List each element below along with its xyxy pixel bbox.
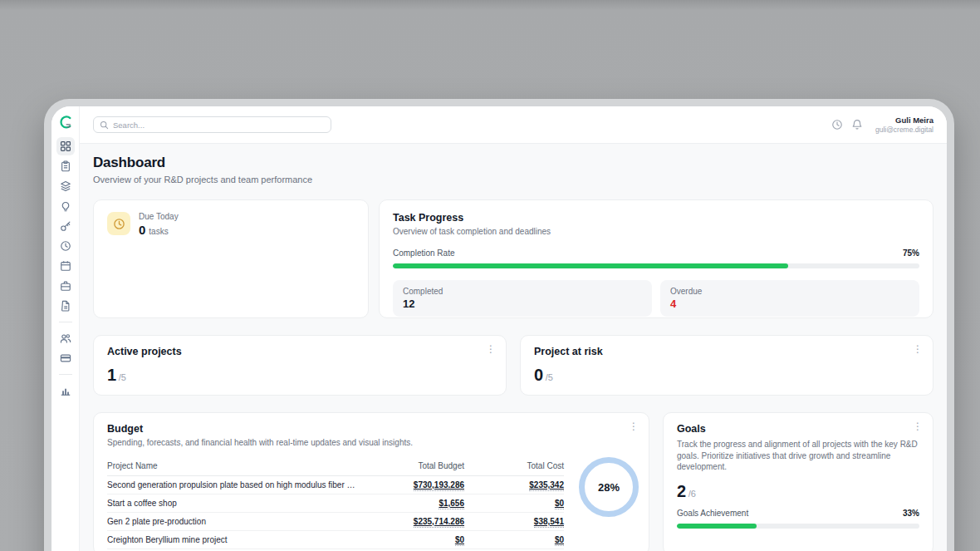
kebab-menu-icon[interactable]: ⋮	[629, 421, 639, 431]
goals-achievement-label: Goals Achievement	[677, 509, 748, 518]
lightbulb-icon	[60, 200, 71, 212]
goals-progress-fill	[677, 524, 757, 529]
total-budget-value[interactable]: $0	[455, 535, 464, 546]
total-cost-value[interactable]: $38,541	[534, 517, 564, 528]
project-name: Gen 2 plate pre-production	[107, 517, 365, 526]
kebab-menu-icon[interactable]: ⋮	[913, 344, 923, 354]
search-icon	[100, 121, 109, 130]
users-icon	[60, 332, 71, 344]
device-frame: ● V1.0	[44, 99, 954, 551]
due-today-unit: tasks	[149, 227, 168, 236]
budget-table-header: Project Name Total Budget Total Cost	[107, 458, 564, 476]
total-cost-value[interactable]: $0	[555, 499, 564, 509]
due-today-card: Due Today 0 tasks	[93, 199, 369, 318]
project-at-risk-total: /5	[546, 372, 553, 382]
layers-icon	[60, 180, 71, 192]
task-progress-title: Task Progress	[393, 212, 919, 224]
completion-rate-value: 75%	[903, 248, 919, 258]
sidebar-divider	[59, 322, 72, 322]
due-today-label: Due Today	[139, 212, 179, 221]
clock-icon	[60, 240, 71, 252]
total-cost-value[interactable]: $235,342	[529, 480, 564, 491]
dashboard-content: Dashboard Overview of your R&D projects …	[80, 143, 947, 551]
sidebar-item-analytics[interactable]	[56, 381, 75, 400]
sidebar-item-team[interactable]	[56, 329, 75, 347]
goals-title: Goals	[677, 423, 919, 435]
budget-usage-percent: 28%	[598, 481, 620, 494]
total-budget-value[interactable]: $730,193.286	[414, 480, 464, 491]
main-area: Guli Meira guli@creme.digital Dashboard …	[80, 106, 947, 551]
table-row[interactable]: Gen 2 plate pre-production $235,714.286 …	[107, 513, 564, 531]
sidebar-item-documents[interactable]	[56, 297, 75, 315]
completion-progress-bar	[393, 263, 919, 268]
project-at-risk-value: 0	[534, 366, 543, 385]
app-logo-icon	[57, 114, 74, 130]
goals-subtitle: Track the progress and alignment of all …	[677, 439, 919, 473]
sidebar-item-time[interactable]	[56, 237, 75, 255]
project-at-risk-title: Project at risk	[534, 346, 919, 357]
due-today-count: 0	[139, 223, 145, 237]
sidebar-item-dashboard[interactable]	[56, 137, 75, 155]
sidebar-item-calendar[interactable]	[56, 257, 75, 275]
budget-card: Budget ⋮ Spending, forecasts, and financ…	[93, 412, 649, 551]
key-icon	[60, 220, 71, 232]
project-name: Second generation propulsion plate based…	[107, 480, 365, 490]
sidebar-item-tasks[interactable]	[56, 157, 75, 175]
budget-table: Project Name Total Budget Total Cost Sec…	[107, 458, 564, 549]
completion-rate-label: Completion Rate	[393, 248, 454, 258]
sidebar-item-billing[interactable]	[56, 349, 75, 367]
overdue-stat-box: Overdue 4	[660, 280, 919, 317]
page-title: Dashboard	[93, 155, 933, 171]
column-total-budget: Total Budget	[365, 461, 464, 470]
clipboard-icon	[60, 160, 71, 172]
active-projects-title: Active projects	[107, 346, 492, 357]
goals-progress-bar	[677, 524, 919, 529]
goals-total: /6	[688, 489, 696, 499]
goals-achievement-value: 33%	[903, 509, 919, 518]
clock-icon	[831, 119, 843, 130]
notifications-button[interactable]	[847, 115, 867, 135]
user-menu[interactable]: Guli Meira guli@creme.digital	[875, 116, 933, 135]
table-row[interactable]: Creighton Beryllium mine project $0 $0	[107, 531, 564, 549]
column-project-name: Project Name	[107, 461, 365, 470]
calendar-icon	[60, 260, 71, 272]
sidebar-item-portfolio[interactable]	[56, 277, 75, 295]
kebab-menu-icon[interactable]: ⋮	[913, 421, 923, 431]
table-row[interactable]: Start a coffee shop $1,656 $0	[107, 494, 564, 513]
user-email: guli@creme.digital	[875, 125, 933, 135]
column-total-cost: Total Cost	[464, 461, 564, 470]
budget-usage-gauge: 28%	[579, 457, 639, 517]
completed-label: Completed	[403, 287, 642, 296]
dashboard-icon	[60, 140, 71, 152]
completed-stat-box: Completed 12	[393, 280, 652, 317]
total-cost-value[interactable]: $0	[555, 535, 564, 546]
history-button[interactable]	[827, 115, 847, 135]
table-row[interactable]: Second generation propulsion plate based…	[107, 476, 564, 494]
project-name: Creighton Beryllium mine project	[107, 535, 365, 544]
app-window: ● V1.0	[51, 106, 947, 551]
active-projects-value: 1	[107, 366, 116, 385]
sidebar-item-resources[interactable]	[56, 217, 75, 235]
goals-card: Goals ⋮ Track the progress and alignment…	[663, 412, 933, 551]
total-budget-value[interactable]: $235,714.286	[414, 517, 464, 528]
sidebar-item-ideas[interactable]	[56, 197, 75, 215]
due-today-clock-icon	[107, 212, 130, 235]
briefcase-icon	[60, 280, 71, 292]
search-box[interactable]	[93, 116, 331, 133]
completion-progress-fill	[393, 263, 788, 268]
goals-value: 2	[677, 482, 686, 501]
total-budget-value[interactable]: $1,656	[439, 499, 464, 509]
search-input[interactable]	[113, 121, 325, 130]
sidebar-item-projects[interactable]	[56, 177, 75, 195]
project-name: Start a coffee shop	[107, 499, 365, 508]
file-icon	[60, 300, 71, 312]
overdue-label: Overdue	[670, 287, 909, 296]
bar-chart-icon	[60, 385, 71, 396]
budget-subtitle: Spending, forecasts, and financial healt…	[107, 438, 635, 447]
active-projects-total: /5	[119, 372, 126, 382]
bell-icon	[851, 119, 863, 130]
completed-value: 12	[403, 298, 642, 310]
kebab-menu-icon[interactable]: ⋮	[486, 344, 496, 354]
overdue-value: 4	[670, 298, 909, 310]
sidebar-divider	[59, 374, 72, 375]
